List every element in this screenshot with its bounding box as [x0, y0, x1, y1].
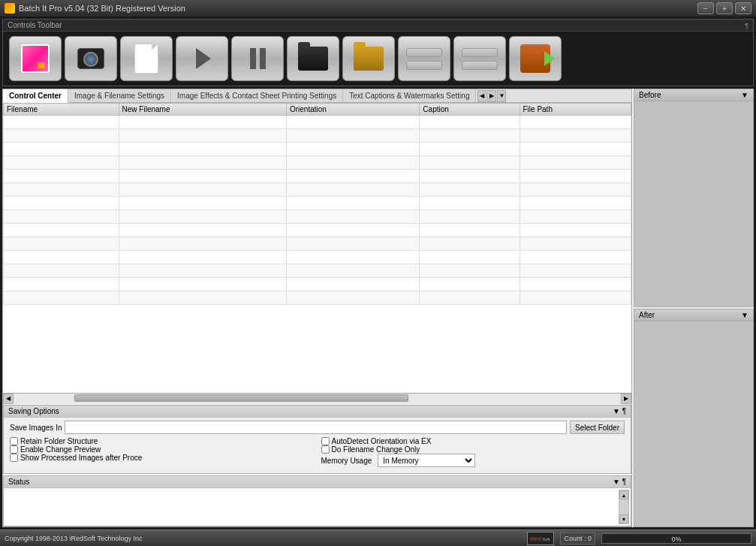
scroll-thumb[interactable] — [74, 394, 408, 402]
table-row[interactable] — [4, 143, 631, 156]
after-preview-header: After ▼ — [634, 309, 754, 321]
before-preview-header: Before ▼ — [634, 89, 754, 101]
save-path-input[interactable] — [65, 421, 567, 434]
table-row[interactable] — [4, 264, 631, 278]
play-icon — [196, 48, 211, 69]
horizontal-scrollbar[interactable]: ◀ ▶ — [3, 393, 631, 403]
window-controls: − + ✕ — [697, 2, 751, 14]
camera-icon — [77, 48, 104, 69]
export-button[interactable] — [509, 36, 562, 81]
bottom-bar: Copyright 1998-2013 iRedSoft Technology … — [0, 529, 756, 546]
after-label: After — [639, 311, 655, 319]
table-row[interactable] — [4, 224, 631, 237]
logo-area: iRed Soft — [527, 532, 554, 545]
play-button[interactable] — [176, 36, 228, 81]
retain-folder-checkbox[interactable] — [10, 437, 18, 445]
show-processed-checkbox[interactable] — [10, 454, 18, 462]
saving-options-pin[interactable]: ▼ ¶ — [613, 407, 626, 415]
tab-dropdown-button[interactable]: ▼ — [497, 90, 506, 102]
status-scroll-down[interactable]: ▼ — [619, 514, 628, 523]
logo-icon: iRed Soft — [529, 532, 553, 544]
select-folder-button[interactable]: Select Folder — [570, 421, 625, 434]
toolbar-buttons — [3, 32, 753, 86]
open-image-button[interactable] — [9, 36, 62, 81]
photo-icon — [21, 44, 50, 73]
table-row[interactable] — [4, 116, 631, 129]
toolbar-label: Controls Toolbar ¶ — [3, 20, 753, 32]
scroll-right-button[interactable]: ▶ — [621, 394, 631, 404]
right-panel: Before ▼ After ▼ — [634, 89, 754, 527]
autodetect-checkbox[interactable] — [321, 437, 330, 445]
lines2-button[interactable] — [453, 36, 506, 81]
tab-nav-buttons: ◀ ▶ ▼ — [477, 90, 506, 102]
title-text: Batch It Pro v5.04 (32 Bit) Registered V… — [19, 4, 697, 13]
before-dropdown[interactable]: ▼ — [741, 91, 748, 99]
table-row[interactable] — [4, 183, 631, 197]
files-table: Filename New Filename Orientation Captio… — [3, 103, 631, 305]
saving-options-body: Save Images In Select Folder Retain Fold… — [4, 418, 631, 473]
lines1-button[interactable] — [398, 36, 450, 81]
status-text-area[interactable] — [5, 490, 619, 524]
folder-open-icon — [354, 47, 384, 71]
tab-image-effects[interactable]: Image Effects & Contact Sheet Printing S… — [171, 89, 343, 102]
filename-change-checkbox[interactable] — [321, 445, 330, 454]
camera-button[interactable] — [65, 36, 117, 81]
memory-usage-select[interactable]: In Memory On Disk Auto — [378, 454, 475, 467]
folder-open-button[interactable] — [342, 36, 395, 81]
pause-button[interactable] — [231, 36, 284, 81]
folder-dark-icon — [298, 47, 328, 71]
content-area: Control Center Image & Filename Settings… — [2, 89, 754, 527]
status-pin[interactable]: ▼ ¶ — [613, 478, 626, 486]
show-processed-label: Show Processed Images after Proce — [20, 454, 142, 462]
retain-folder-checkbox-item: Retain Folder Structure — [10, 437, 314, 445]
document-button[interactable] — [120, 36, 173, 81]
status-scrollbar: ▲ ▼ — [619, 490, 629, 524]
col-orientation: Orientation — [286, 104, 419, 116]
pause-icon — [250, 48, 266, 69]
export-icon — [520, 44, 550, 73]
before-label: Before — [639, 91, 661, 99]
tab-next-button[interactable]: ▶ — [487, 90, 496, 102]
scroll-track[interactable] — [14, 394, 621, 404]
table-row[interactable] — [4, 170, 631, 183]
col-filename: Filename — [4, 104, 119, 116]
table-row[interactable] — [4, 278, 631, 291]
lines2-icon — [462, 48, 498, 70]
enable-change-preview-checkbox[interactable] — [10, 445, 18, 454]
table-row[interactable] — [4, 156, 631, 170]
close-button[interactable]: ✕ — [735, 2, 751, 14]
progress-bar-area: 0% — [601, 533, 751, 544]
tab-image-filename[interactable]: Image & Filename Settings — [68, 89, 171, 102]
title-bar: Batch It Pro v5.04 (32 Bit) Registered V… — [0, 0, 756, 17]
filename-change-checkbox-item: Do Filename Change Only — [321, 445, 625, 454]
count-area: Count : 0 — [560, 532, 595, 544]
app-icon — [5, 3, 15, 14]
left-panel: Control Center Image & Filename Settings… — [2, 89, 632, 527]
table-row[interactable] — [4, 237, 631, 251]
table-row[interactable] — [4, 129, 631, 143]
toolbar-pin[interactable]: ¶ — [745, 22, 748, 29]
table-row[interactable] — [4, 251, 631, 264]
after-dropdown[interactable]: ▼ — [741, 311, 748, 319]
memory-usage-label: Memory Usage — [321, 457, 372, 465]
enable-change-preview-checkbox-item: Enable Change Preview — [10, 445, 314, 454]
status-scroll-up[interactable]: ▲ — [619, 490, 628, 499]
table-row[interactable] — [4, 291, 631, 305]
options-col-right: AutoDetect Orientation via EX Do Filenam… — [321, 437, 625, 470]
folder-dark-button[interactable] — [287, 36, 339, 81]
copyright-text: Copyright 1998-2013 iRedSoft Technology … — [5, 535, 521, 542]
autodetect-label: AutoDetect Orientation via EX — [332, 437, 432, 445]
table-row[interactable] — [4, 210, 631, 224]
table-row[interactable] — [4, 197, 631, 210]
tab-control-center[interactable]: Control Center — [3, 89, 68, 103]
status-header: Status ▼ ¶ — [4, 476, 631, 488]
minimize-button[interactable]: − — [697, 2, 714, 14]
after-preview-content — [634, 321, 754, 527]
before-preview-section: Before ▼ — [634, 89, 754, 307]
scroll-left-button[interactable]: ◀ — [3, 394, 14, 404]
options-columns: Retain Folder Structure Enable Change Pr… — [10, 437, 625, 470]
memory-usage-row: Memory Usage In Memory On Disk Auto — [321, 454, 625, 467]
tab-prev-button[interactable]: ◀ — [477, 90, 486, 102]
tab-text-captions[interactable]: Text Captions & Watermarks Setting — [343, 89, 476, 102]
maximize-button[interactable]: + — [716, 2, 733, 14]
